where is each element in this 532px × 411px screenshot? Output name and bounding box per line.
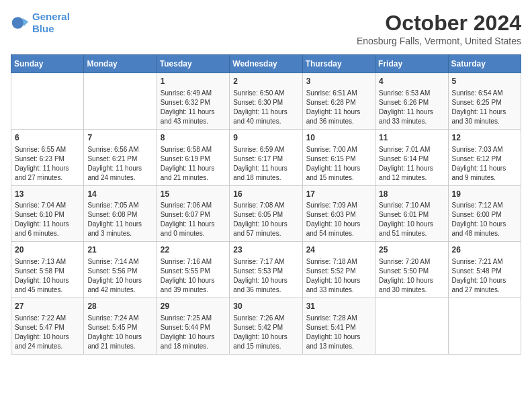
day-detail: Sunrise: 7:17 AM Sunset: 5:53 PM Dayligh…	[233, 257, 298, 295]
day-number: 31	[306, 301, 371, 312]
calendar-cell: 29Sunrise: 7:25 AM Sunset: 5:44 PM Dayli…	[157, 298, 229, 355]
calendar-cell: 9Sunrise: 6:59 AM Sunset: 6:17 PM Daylig…	[230, 129, 302, 185]
calendar-cell: 28Sunrise: 7:24 AM Sunset: 5:45 PM Dayli…	[84, 298, 157, 355]
calendar-cell: 1Sunrise: 6:49 AM Sunset: 6:32 PM Daylig…	[157, 73, 229, 130]
calendar-cell: 8Sunrise: 6:58 AM Sunset: 6:19 PM Daylig…	[157, 129, 229, 185]
calendar-cell: 15Sunrise: 7:06 AM Sunset: 6:07 PM Dayli…	[157, 185, 229, 242]
day-detail: Sunrise: 7:25 AM Sunset: 5:44 PM Dayligh…	[161, 314, 226, 351]
calendar-week-row: 13Sunrise: 7:04 AM Sunset: 6:10 PM Dayli…	[11, 185, 521, 242]
calendar-cell: 26Sunrise: 7:21 AM Sunset: 5:48 PM Dayli…	[448, 242, 521, 298]
calendar-cell: 7Sunrise: 6:56 AM Sunset: 6:21 PM Daylig…	[84, 129, 157, 185]
calendar-cell: 22Sunrise: 7:16 AM Sunset: 5:55 PM Dayli…	[157, 242, 229, 298]
day-number: 24	[306, 244, 371, 256]
day-number: 30	[233, 301, 298, 312]
day-number: 9	[233, 132, 298, 144]
day-number: 13	[15, 189, 80, 200]
day-detail: Sunrise: 7:05 AM Sunset: 6:08 PM Dayligh…	[87, 201, 152, 238]
day-detail: Sunrise: 6:55 AM Sunset: 6:23 PM Dayligh…	[15, 145, 80, 183]
title-block: October 2024 Enosburg Falls, Vermont, Un…	[357, 11, 521, 46]
day-number: 18	[379, 189, 444, 200]
calendar-cell: 25Sunrise: 7:20 AM Sunset: 5:50 PM Dayli…	[375, 242, 448, 298]
day-header-wednesday: Wednesday	[230, 55, 302, 73]
calendar-cell: 12Sunrise: 7:03 AM Sunset: 6:12 PM Dayli…	[448, 129, 521, 185]
calendar-cell: 27Sunrise: 7:22 AM Sunset: 5:47 PM Dayli…	[11, 298, 84, 355]
day-detail: Sunrise: 7:18 AM Sunset: 5:52 PM Dayligh…	[306, 257, 371, 295]
day-header-friday: Friday	[375, 55, 448, 73]
calendar-week-row: 6Sunrise: 6:55 AM Sunset: 6:23 PM Daylig…	[11, 129, 521, 185]
day-detail: Sunrise: 7:20 AM Sunset: 5:50 PM Dayligh…	[379, 257, 444, 295]
day-detail: Sunrise: 6:58 AM Sunset: 6:19 PM Dayligh…	[161, 145, 226, 183]
location-title: Enosburg Falls, Vermont, United States	[357, 36, 521, 46]
calendar-cell: 21Sunrise: 7:14 AM Sunset: 5:56 PM Dayli…	[84, 242, 157, 298]
day-detail: Sunrise: 7:10 AM Sunset: 6:01 PM Dayligh…	[379, 201, 444, 238]
day-detail: Sunrise: 6:54 AM Sunset: 6:25 PM Dayligh…	[452, 89, 517, 126]
day-detail: Sunrise: 7:16 AM Sunset: 5:55 PM Dayligh…	[161, 257, 226, 295]
calendar-cell: 2Sunrise: 6:50 AM Sunset: 6:30 PM Daylig…	[230, 73, 302, 130]
day-number: 28	[87, 301, 152, 312]
calendar-cell: 23Sunrise: 7:17 AM Sunset: 5:53 PM Dayli…	[230, 242, 302, 298]
svg-point-0	[12, 17, 24, 29]
day-number: 8	[161, 132, 226, 144]
day-detail: Sunrise: 7:01 AM Sunset: 6:14 PM Dayligh…	[379, 145, 444, 183]
calendar-cell: 17Sunrise: 7:09 AM Sunset: 6:03 PM Dayli…	[302, 185, 375, 242]
day-number: 22	[161, 244, 226, 256]
day-number: 20	[15, 244, 80, 256]
day-detail: Sunrise: 6:56 AM Sunset: 6:21 PM Dayligh…	[87, 145, 152, 183]
calendar-cell: 16Sunrise: 7:08 AM Sunset: 6:05 PM Dayli…	[230, 185, 302, 242]
logo-line1: General	[32, 11, 70, 22]
calendar-cell: 11Sunrise: 7:01 AM Sunset: 6:14 PM Dayli…	[375, 129, 448, 185]
day-number: 25	[379, 244, 444, 256]
day-detail: Sunrise: 7:26 AM Sunset: 5:42 PM Dayligh…	[233, 314, 298, 351]
day-number: 16	[233, 189, 298, 200]
calendar-week-row: 20Sunrise: 7:13 AM Sunset: 5:58 PM Dayli…	[11, 242, 521, 298]
day-detail: Sunrise: 7:21 AM Sunset: 5:48 PM Dayligh…	[452, 257, 517, 295]
day-detail: Sunrise: 6:53 AM Sunset: 6:26 PM Dayligh…	[379, 89, 444, 126]
calendar-cell: 4Sunrise: 6:53 AM Sunset: 6:26 PM Daylig…	[375, 73, 448, 130]
day-detail: Sunrise: 6:49 AM Sunset: 6:32 PM Dayligh…	[161, 89, 226, 126]
calendar-cell: 19Sunrise: 7:12 AM Sunset: 6:00 PM Dayli…	[448, 185, 521, 242]
day-number: 10	[306, 132, 371, 144]
day-detail: Sunrise: 7:04 AM Sunset: 6:10 PM Dayligh…	[15, 201, 80, 238]
day-detail: Sunrise: 7:00 AM Sunset: 6:15 PM Dayligh…	[306, 145, 371, 183]
calendar-cell: 13Sunrise: 7:04 AM Sunset: 6:10 PM Dayli…	[11, 185, 84, 242]
day-number: 5	[452, 76, 517, 87]
calendar-cell	[448, 298, 521, 355]
calendar-cell: 18Sunrise: 7:10 AM Sunset: 6:01 PM Dayli…	[375, 185, 448, 242]
day-detail: Sunrise: 7:14 AM Sunset: 5:56 PM Dayligh…	[87, 257, 152, 295]
day-detail: Sunrise: 7:12 AM Sunset: 6:00 PM Dayligh…	[452, 201, 517, 238]
day-number: 7	[87, 132, 152, 144]
calendar-cell	[375, 298, 448, 355]
day-number: 12	[452, 132, 517, 144]
day-number: 4	[379, 76, 444, 87]
day-detail: Sunrise: 6:50 AM Sunset: 6:30 PM Dayligh…	[233, 89, 298, 126]
day-header-monday: Monday	[84, 55, 157, 73]
day-detail: Sunrise: 7:28 AM Sunset: 5:41 PM Dayligh…	[306, 314, 371, 351]
day-number: 27	[15, 301, 80, 312]
day-detail: Sunrise: 7:13 AM Sunset: 5:58 PM Dayligh…	[15, 257, 80, 295]
day-detail: Sunrise: 7:08 AM Sunset: 6:05 PM Dayligh…	[233, 201, 298, 238]
day-header-sunday: Sunday	[11, 55, 84, 73]
day-number: 15	[161, 189, 226, 200]
day-detail: Sunrise: 7:24 AM Sunset: 5:45 PM Dayligh…	[87, 314, 152, 351]
day-number: 1	[161, 76, 226, 87]
day-number: 6	[15, 132, 80, 144]
calendar-cell: 10Sunrise: 7:00 AM Sunset: 6:15 PM Dayli…	[302, 129, 375, 185]
calendar-cell	[84, 73, 157, 130]
day-header-tuesday: Tuesday	[157, 55, 229, 73]
calendar-cell: 31Sunrise: 7:28 AM Sunset: 5:41 PM Dayli…	[302, 298, 375, 355]
day-header-thursday: Thursday	[302, 55, 375, 73]
calendar-cell: 14Sunrise: 7:05 AM Sunset: 6:08 PM Dayli…	[84, 185, 157, 242]
day-number: 17	[306, 189, 371, 200]
calendar-table: SundayMondayTuesdayWednesdayThursdayFrid…	[11, 54, 521, 355]
day-detail: Sunrise: 7:06 AM Sunset: 6:07 PM Dayligh…	[161, 201, 226, 238]
logo-line2: Blue	[32, 23, 54, 34]
day-number: 29	[161, 301, 226, 312]
day-header-saturday: Saturday	[448, 55, 521, 73]
calendar-week-row: 1Sunrise: 6:49 AM Sunset: 6:32 PM Daylig…	[11, 73, 521, 130]
day-detail: Sunrise: 6:51 AM Sunset: 6:28 PM Dayligh…	[306, 89, 371, 126]
calendar-cell: 24Sunrise: 7:18 AM Sunset: 5:52 PM Dayli…	[302, 242, 375, 298]
calendar-cell: 30Sunrise: 7:26 AM Sunset: 5:42 PM Dayli…	[230, 298, 302, 355]
day-number: 2	[233, 76, 298, 87]
calendar-week-row: 27Sunrise: 7:22 AM Sunset: 5:47 PM Dayli…	[11, 298, 521, 355]
calendar-cell: 6Sunrise: 6:55 AM Sunset: 6:23 PM Daylig…	[11, 129, 84, 185]
